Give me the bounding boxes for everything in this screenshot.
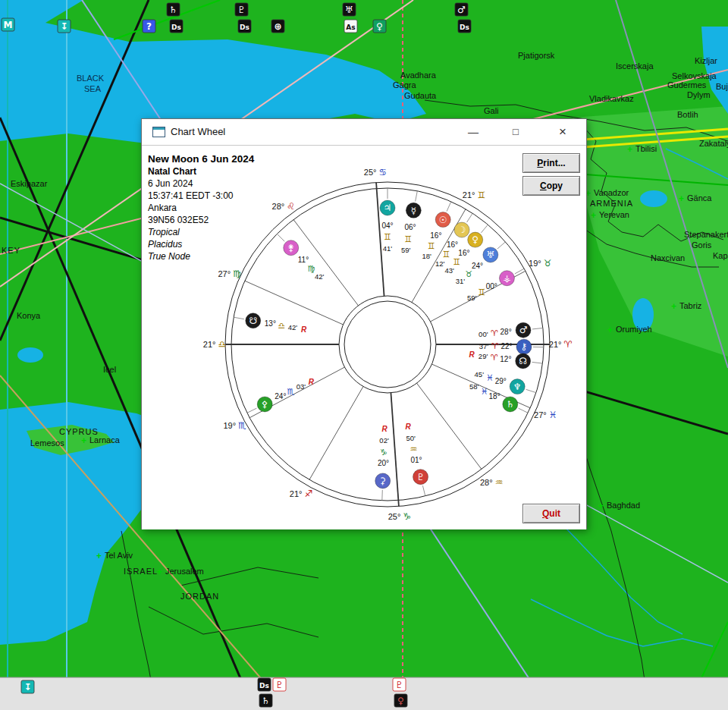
- saturn-glyph-icon: [503, 397, 518, 412]
- city-label: Dylym: [687, 90, 711, 99]
- venus-sign: ♊: [453, 257, 460, 267]
- titlebar[interactable]: Chart Wheel — □ ×: [142, 119, 586, 146]
- chiron-minutes: 37': [479, 342, 489, 350]
- city-label: Icel: [103, 365, 116, 374]
- svg-text:M: M: [4, 20, 13, 30]
- svg-text:♂: ♂: [519, 325, 528, 335]
- house-2-cusp: [249, 367, 344, 418]
- north-node-degree: 12°: [500, 355, 511, 363]
- saturn-sign: ♓: [481, 387, 488, 397]
- svg-text:⚷: ⚷: [521, 341, 528, 352]
- lake: [640, 190, 667, 207]
- planet-north-node: ☊12°♈29'R: [469, 350, 543, 369]
- uranus-as-marker-icon: As: [344, 20, 357, 33]
- juno-glyph-icon: [284, 240, 299, 256]
- venus-minutes: 43': [444, 266, 454, 275]
- city-plus-marker: +: [157, 567, 162, 577]
- moon-minutes: 12': [435, 259, 445, 268]
- planet-ceres: ⚳20°♑02'R: [375, 425, 391, 500]
- lake: [17, 347, 43, 363]
- jupiter-sign: ♊: [384, 232, 391, 242]
- pluto-line-marker-icon: ♇: [235, 3, 248, 16]
- print-button[interactable]: Print...: [522, 153, 580, 173]
- close-button[interactable]: ×: [551, 122, 574, 142]
- pluto-degree: 01°: [410, 456, 422, 464]
- copy-button[interactable]: Copy: [522, 176, 580, 196]
- svg-text:♅: ♅: [345, 5, 353, 15]
- pallas-glyph-icon: [257, 397, 272, 412]
- city-label: Botlih: [677, 110, 698, 119]
- house-11-cusp: [293, 219, 358, 305]
- planet-south-node: ☋13°♎42'R: [234, 313, 307, 334]
- house-3-cusp: [309, 386, 363, 479]
- pluto-minutes: 50': [406, 434, 416, 442]
- svg-text:♀: ♀: [376, 21, 383, 32]
- cusp-label-house-10: 25° ♋: [364, 167, 387, 178]
- city-label: Yerevan: [599, 210, 629, 219]
- mercury-glyph-icon: [406, 203, 421, 218]
- pluto-marker-bottom-icon: ♇: [273, 678, 286, 691]
- svg-text:♆: ♆: [513, 382, 522, 392]
- city-plus-marker: +: [679, 193, 684, 204]
- window-title: Chart Wheel: [171, 126, 225, 137]
- planet-chiron: ⚷22°♈37': [479, 339, 544, 354]
- house-9-cusp: [412, 209, 466, 303]
- house-10-cusp: [376, 183, 384, 297]
- city-label: Goris: [692, 240, 712, 250]
- mars-line-marker-icon: ♂: [455, 3, 468, 16]
- chart-wheel-window[interactable]: Chart Wheel — □ × New Moon 6 Jun 2024 Na…: [141, 118, 587, 529]
- city-label: Tel Aviv: [105, 551, 133, 560]
- cusp-label-house-3: 21° ♐: [290, 489, 312, 499]
- moon-glyph-icon: [454, 222, 469, 237]
- svg-text:♅: ♅: [486, 250, 494, 260]
- uranus-line-marker-icon: ♅: [343, 3, 356, 16]
- svg-text:⚶: ⚶: [503, 273, 510, 284]
- cusp-label-house-1: 21° ♎: [203, 339, 226, 350]
- house-4-cusp: [391, 393, 398, 507]
- saturn-minutes: 58': [469, 382, 479, 391]
- planet-pluto: ♇01°♒50'R: [405, 423, 428, 496]
- solar-maps-app: PjatigorskIscerskajaKizljarSelkovskajaGu…: [0, 0, 728, 710]
- svg-text:☋: ☋: [249, 316, 257, 326]
- svg-text:As: As: [346, 24, 355, 31]
- city-plus-marker: +: [591, 210, 596, 221]
- chart-date: 6 Jun 2024: [148, 178, 254, 190]
- minimize-button[interactable]: —: [462, 122, 485, 142]
- city-label: Pjatigorsk: [518, 51, 555, 60]
- svg-text:♇: ♇: [416, 472, 425, 482]
- svg-text:⚵: ⚵: [287, 243, 294, 253]
- city-label: Gänca: [687, 193, 712, 203]
- south-node-degree: 13°: [265, 319, 276, 328]
- cusp-label-house-12: 27° ♍: [218, 269, 240, 279]
- venus-line-marker-icon: ♀: [373, 20, 386, 33]
- cusp-label-house-6: 27° ♓: [534, 410, 557, 420]
- cusp-label-house-5: 28° ♒: [480, 477, 503, 488]
- planet-saturn: ♄18°♓58': [469, 382, 528, 413]
- city-label: Vanadzor: [594, 188, 629, 197]
- ic-line-marker-icon: ↧: [58, 20, 71, 33]
- neptune-glyph-icon: [510, 379, 525, 394]
- maximize-button[interactable]: □: [504, 122, 527, 142]
- planet-mars: ♂28°♈00': [479, 322, 543, 338]
- city-plus-marker: +: [671, 301, 676, 312]
- dialog-content: New Moon 6 Jun 2024 Natal Chart 6 Jun 20…: [142, 146, 586, 529]
- saturn-degree: 18°: [489, 392, 500, 401]
- pluto-retrograde-flag: R: [405, 423, 411, 431]
- quit-button[interactable]: Quit: [522, 504, 580, 523]
- sea-label: SEA: [84, 84, 102, 93]
- svg-text:Ds: Ds: [460, 24, 469, 31]
- city-label: Orumiyeh: [616, 325, 652, 334]
- uranus-degree: 24°: [472, 262, 483, 270]
- earth-point-marker-icon: ⊕: [271, 20, 284, 33]
- svg-text:Ds: Ds: [240, 24, 249, 31]
- sun-glyph-icon: [435, 212, 450, 228]
- vesta-sign: ♊: [478, 287, 485, 297]
- pallas-retrograde-flag: R: [309, 378, 315, 386]
- chart-house-system: Placidus: [148, 238, 254, 250]
- mercury-minutes: 59': [401, 246, 411, 254]
- chiron-glyph-icon: [516, 339, 532, 354]
- country-label: ISRAEL: [124, 567, 158, 576]
- pluto-sign: ♒: [410, 445, 417, 454]
- mercury-sign: ♊: [404, 234, 412, 244]
- svg-text:⚴: ⚴: [262, 399, 268, 410]
